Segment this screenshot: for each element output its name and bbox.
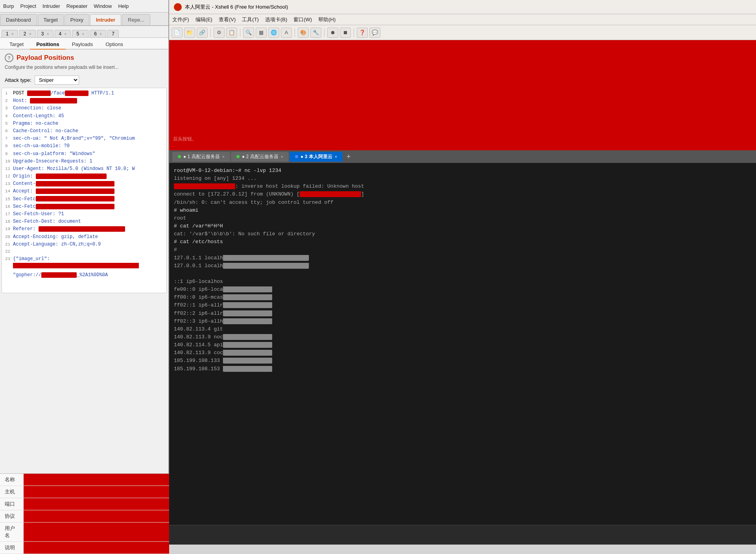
menu-window[interactable]: Window bbox=[94, 3, 112, 9]
help-icon[interactable]: ? bbox=[5, 54, 13, 62]
term-line-11: # bbox=[174, 246, 751, 254]
term-line-17: ff00::0 ip6-mcas████████████████ bbox=[174, 294, 751, 301]
table-row-name: 名称 bbox=[0, 474, 169, 486]
attack-type-label: Attack type: bbox=[5, 77, 31, 83]
label-protocol: 协议 bbox=[0, 510, 24, 523]
value-name bbox=[24, 474, 169, 486]
session-close-2[interactable]: × bbox=[281, 154, 283, 159]
req-line-11: 11 User-Agent: Mozilla/5.0 (Windows NT 1… bbox=[5, 165, 163, 173]
toolbar-btn-stop[interactable]: ⏹ bbox=[340, 28, 351, 38]
redact-host-1: ████████████████████████████ bbox=[223, 255, 309, 261]
menu-intruder[interactable]: Intruder bbox=[42, 3, 60, 9]
tab-target[interactable]: Target bbox=[38, 14, 64, 25]
xshell-session-bar: ● 1 高配云服务器 × ● 2 高配云服务器 × ● 3 本人阿里云 × + bbox=[169, 150, 756, 163]
toolbar-btn-open[interactable]: 📁 bbox=[184, 28, 195, 38]
burp-menubar: Burp Project Intruder Repeater Window He… bbox=[0, 0, 168, 13]
value-username bbox=[24, 523, 169, 542]
toolbar-btn-chat[interactable]: 💬 bbox=[369, 28, 380, 38]
session-close-3[interactable]: × bbox=[335, 154, 337, 159]
menu-help[interactable]: 帮助(H) bbox=[318, 16, 336, 23]
xshell-toolbar: 📄 📁 🔗 ⚙ 📋 🔍 ▦ 🌐 A 🎨 🔧 ⏺ ⏹ ❓ 💬 bbox=[169, 25, 756, 40]
intruder-tab-2[interactable]: 2 × bbox=[19, 30, 36, 37]
request-content[interactable]: 1 POST /face HTTP/1.1 2 Host: 3 Connecti… bbox=[2, 88, 166, 293]
toolbar-sep-5 bbox=[354, 28, 354, 37]
session-add-button[interactable]: + bbox=[343, 153, 354, 161]
req-line-16: 16 Sec-Fetc bbox=[5, 203, 163, 211]
value-protocol bbox=[24, 510, 169, 523]
request-editor[interactable]: 1 POST /face HTTP/1.1 2 Host: 3 Connecti… bbox=[2, 88, 167, 293]
toolbar-sep-3 bbox=[295, 28, 295, 37]
intruder-tab-7[interactable]: 7 bbox=[107, 30, 119, 37]
menu-tools[interactable]: 工具(T) bbox=[242, 16, 259, 23]
req-line-19: 19 Referer: bbox=[5, 225, 163, 233]
tab-dashboard[interactable]: Dashboard bbox=[0, 14, 37, 25]
redact-github-2: ████████████████ bbox=[223, 342, 272, 348]
session-label-2: ● 2 高配云服务器 bbox=[242, 153, 278, 160]
toolbar-btn-layout[interactable]: ▦ bbox=[256, 28, 267, 38]
req-line-24: 24 bbox=[5, 263, 163, 271]
subtab-positions[interactable]: Positions bbox=[30, 40, 66, 50]
session-tab-2[interactable]: ● 2 高配云服务器 × bbox=[231, 152, 289, 162]
toolbar-sep-1 bbox=[210, 28, 211, 37]
req-line-8: 8 sec-ch-ua-mobile: ?0 bbox=[5, 142, 163, 150]
term-line-13: 127.0.0.1 localh████████████████████████… bbox=[174, 262, 751, 270]
toolbar-btn-config[interactable]: 🔧 bbox=[310, 28, 321, 38]
session-dot-1 bbox=[178, 155, 181, 158]
term-line-26: 185.199.108.153 ████████████████ bbox=[174, 365, 751, 373]
session-tab-1[interactable]: ● 1 高配云服务器 × bbox=[172, 152, 230, 162]
toolbar-btn-rec[interactable]: ⏺ bbox=[327, 28, 338, 38]
term-line-10: # cat /etc/hosts bbox=[174, 238, 751, 246]
menu-repeater[interactable]: Repeater bbox=[66, 3, 87, 9]
attack-type-select[interactable]: SniperBattering ramPitchforkCluster bomb bbox=[35, 76, 79, 85]
toolbar-btn-globe[interactable]: 🌐 bbox=[268, 28, 279, 38]
menu-window[interactable]: 窗口(W) bbox=[293, 16, 312, 23]
subtab-target[interactable]: Target bbox=[3, 40, 30, 50]
req-line-23: 23 {"image_url": bbox=[5, 255, 163, 263]
burp-tabbar: Dashboard Target Proxy Intruder Repe... bbox=[0, 13, 168, 26]
table-row-username: 用户名 bbox=[0, 523, 169, 542]
session-dot-3 bbox=[295, 155, 298, 158]
menu-burp[interactable]: Burp bbox=[3, 3, 14, 9]
toolbar-btn-session[interactable]: ⚙ bbox=[214, 28, 225, 38]
intruder-tab-1[interactable]: 1 × bbox=[2, 30, 18, 37]
value-host bbox=[24, 486, 169, 498]
label-port: 端口 bbox=[0, 498, 24, 510]
red-top-area: 后头按钮。 bbox=[169, 40, 756, 150]
menu-tabs[interactable]: 选项卡(B) bbox=[265, 16, 287, 23]
xshell-status-bar bbox=[169, 525, 756, 545]
toolbar-btn-connect[interactable]: 🔗 bbox=[197, 28, 208, 38]
menu-help[interactable]: Help bbox=[118, 3, 129, 9]
intruder-tab-3[interactable]: 3 × bbox=[37, 30, 53, 37]
term-line-8: # cat /var^H^H^H bbox=[174, 222, 751, 230]
session-close-1[interactable]: × bbox=[222, 154, 225, 159]
intruder-tab-6[interactable]: 6 × bbox=[90, 30, 106, 37]
req-line-13: 13 Content- bbox=[5, 180, 163, 188]
tab-intruder[interactable]: Intruder bbox=[90, 14, 121, 25]
redact-ipv6-2: ████████████████ bbox=[223, 294, 272, 300]
session-tab-3[interactable]: ● 3 本人阿里云 × bbox=[289, 152, 343, 162]
tab-proxy[interactable]: Proxy bbox=[65, 14, 89, 25]
table-row-port: 端口 bbox=[0, 498, 169, 510]
req-line-15: 15 Sec-Fetc bbox=[5, 196, 163, 203]
term-line-20: ff02::3 ip6-allh████████████████ bbox=[174, 318, 751, 325]
toolbar-btn-copy[interactable]: 📋 bbox=[226, 28, 237, 38]
terminal-area[interactable]: root@VM-0-12-debian:~# nc -lvp 1234 list… bbox=[169, 163, 756, 525]
menu-edit[interactable]: 编辑(E) bbox=[195, 16, 212, 23]
subtab-payloads[interactable]: Payloads bbox=[66, 40, 99, 50]
toolbar-btn-help[interactable]: ❓ bbox=[357, 28, 368, 38]
menu-file[interactable]: 文件(F) bbox=[172, 16, 189, 23]
subtab-options[interactable]: Options bbox=[99, 40, 129, 50]
menu-project[interactable]: Project bbox=[20, 3, 36, 9]
toolbar-btn-new[interactable]: 📄 bbox=[171, 28, 183, 38]
menu-view[interactable]: 查看(V) bbox=[219, 16, 236, 23]
term-line-4: connect to [172.27.0.12] from (UNKNOWN) … bbox=[174, 190, 751, 198]
label-username: 用户名 bbox=[0, 523, 24, 542]
intruder-tab-5[interactable]: 5 × bbox=[72, 30, 89, 37]
tab-repeater[interactable]: Repe... bbox=[122, 14, 150, 25]
intruder-tab-4[interactable]: 4 × bbox=[55, 30, 71, 37]
toolbar-btn-font[interactable]: A bbox=[281, 28, 292, 38]
label-name: 名称 bbox=[0, 474, 24, 486]
toolbar-btn-find[interactable]: 🔍 bbox=[243, 28, 254, 38]
toolbar-btn-color[interactable]: 🎨 bbox=[298, 28, 309, 38]
term-line-19: ff02::2 ip6-allr████████████████ bbox=[174, 310, 751, 318]
